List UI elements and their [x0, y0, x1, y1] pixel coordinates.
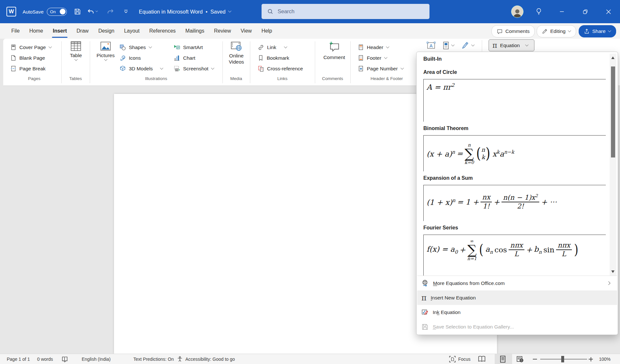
page-number-chevron-icon	[400, 66, 404, 69]
quick-parts-button[interactable]	[440, 39, 457, 51]
undo-button[interactable]	[85, 0, 100, 23]
window-title: Equation in Microsoft Word • Saved	[139, 0, 231, 23]
tab-references[interactable]: References	[144, 23, 181, 39]
gallery-item-expansion-of-a-sum[interactable]: (1 + x)n = 1 + nx1! + n(n − 1)x22! + ···	[423, 185, 606, 221]
table-button[interactable]: Table	[62, 41, 90, 61]
menu-item-ink-equation[interactable]: Ink Equation	[417, 305, 617, 319]
gallery-item-fourier-series[interactable]: f(x) = a0 + ∞∑n=1 ( an cos nπxL + bn sin…	[423, 235, 606, 276]
icons-icon	[119, 55, 126, 61]
word-logo-icon[interactable]: W	[6, 7, 16, 16]
share-chevron-icon	[608, 29, 611, 32]
restore-button[interactable]	[578, 0, 593, 23]
equation-chevron-icon	[525, 43, 528, 46]
menu-item-save-selection: Save Selection to Equation Gallery...	[417, 319, 617, 334]
cross-reference-button[interactable]: Cross-reference	[258, 63, 303, 74]
screenshot-button[interactable]: Screenshot	[174, 63, 214, 74]
tab-insert[interactable]: Insert	[48, 23, 72, 39]
gallery-item-binomial-theorem[interactable]: (x + a)n = n∑k=0 ( nk ) xkan−k	[423, 135, 606, 171]
page-break-icon	[10, 66, 16, 72]
word-count[interactable]: 0 words	[37, 354, 53, 364]
bookmark-button[interactable]: Bookmark	[258, 53, 289, 63]
editing-button[interactable]: Editing	[537, 25, 576, 37]
tab-view[interactable]: View	[236, 23, 256, 39]
proofing-button[interactable]	[61, 354, 68, 364]
menu-item-insert-new-equation[interactable]: π Insert New Equation	[417, 290, 617, 305]
online-videos-icon	[230, 41, 243, 52]
globe-icon	[421, 279, 429, 287]
3d-models-button[interactable]: 3D Models	[119, 63, 163, 74]
coming-soon-button[interactable]	[531, 0, 546, 23]
page-indicator[interactable]: Page 1 of 1	[7, 354, 30, 364]
wordart-button[interactable]	[459, 39, 476, 51]
close-button[interactable]	[601, 0, 616, 23]
web-layout-button[interactable]	[516, 354, 524, 364]
shapes-button[interactable]: Shapes	[119, 42, 152, 53]
search-input[interactable]	[278, 8, 424, 15]
lightbulb-icon	[535, 8, 542, 15]
text-predictions[interactable]: Text Predictions: On	[133, 354, 174, 364]
pictures-button[interactable]: Pictures	[94, 41, 117, 61]
undo-icon	[87, 8, 95, 15]
tab-design[interactable]: Design	[93, 23, 119, 39]
pi-icon: π	[492, 42, 497, 49]
share-icon	[584, 28, 590, 34]
page-number-button[interactable]: Page Number	[358, 63, 404, 74]
search-bar[interactable]	[262, 4, 429, 19]
minimize-button[interactable]	[554, 0, 569, 23]
tab-review[interactable]: Review	[209, 23, 236, 39]
comment-button[interactable]: Comment	[318, 41, 350, 60]
link-button[interactable]: Link	[258, 42, 287, 53]
editing-chevron-icon	[568, 29, 571, 32]
equation-button[interactable]: π Equation	[489, 39, 534, 51]
icons-button[interactable]: Icons	[119, 53, 141, 63]
footer-button[interactable]: Footer	[358, 53, 387, 63]
restore-icon	[583, 9, 588, 14]
tab-help[interactable]: Help	[257, 23, 277, 39]
customize-qat-button[interactable]	[120, 0, 132, 23]
web-layout-icon	[516, 355, 524, 363]
save-status-chevron-icon[interactable]	[228, 9, 232, 12]
zoom-slider-thumb[interactable]	[561, 356, 564, 362]
cover-page-button[interactable]: Cover Page	[10, 42, 52, 53]
zoom-out-button[interactable]	[533, 354, 537, 364]
tab-mailings[interactable]: Mailings	[181, 23, 209, 39]
person-photo-icon	[512, 8, 522, 17]
text-box-button[interactable]: A	[425, 39, 437, 51]
comments-button[interactable]: Comments	[491, 25, 535, 37]
smartart-button[interactable]: SmartArt	[174, 42, 203, 53]
tab-draw[interactable]: Draw	[72, 23, 93, 39]
gallery-scrollbar[interactable]	[610, 54, 616, 276]
screenshot-icon	[174, 66, 180, 72]
avatar[interactable]	[511, 5, 523, 18]
scrollbar-thumb[interactable]	[611, 66, 615, 157]
text-box-icon: A	[426, 41, 436, 50]
tab-layout[interactable]: Layout	[119, 23, 144, 39]
zoom-level[interactable]: 100%	[599, 354, 611, 364]
table-icon	[70, 41, 82, 52]
language-indicator[interactable]: English (India)	[82, 354, 111, 364]
scroll-down-icon[interactable]	[611, 270, 615, 273]
pictures-icon	[100, 41, 111, 52]
page-break-button[interactable]: Page Break	[10, 63, 46, 74]
menu-item-more-equations[interactable]: More Equations from Office.com	[417, 276, 617, 290]
tab-home[interactable]: Home	[25, 23, 48, 39]
accessibility-status[interactable]: Accessibility: Good to go	[177, 354, 235, 364]
autosave-toggle[interactable]: On	[47, 8, 67, 16]
gallery-item-title: Area of Circle	[423, 69, 609, 76]
header-button[interactable]: Header	[358, 42, 389, 53]
share-button[interactable]: Share	[579, 25, 616, 37]
chart-button[interactable]: Chart	[174, 53, 195, 63]
cover-page-chevron-icon	[48, 45, 52, 48]
read-mode-button[interactable]	[478, 354, 486, 364]
gallery-item-area-of-circle[interactable]: A = πr2	[423, 79, 606, 122]
undo-dropdown-chevron-icon[interactable]	[95, 10, 98, 12]
print-layout-button[interactable]	[499, 354, 506, 364]
scroll-up-icon[interactable]	[611, 56, 615, 59]
save-button[interactable]	[71, 0, 84, 23]
zoom-in-button[interactable]	[589, 354, 593, 364]
focus-button[interactable]: Focus	[449, 354, 470, 364]
blank-page-button[interactable]: Blank Page	[10, 53, 45, 63]
tab-file[interactable]: File	[6, 23, 25, 39]
title-separator: •	[206, 9, 208, 15]
online-videos-button[interactable]: Online Videos	[224, 41, 249, 65]
